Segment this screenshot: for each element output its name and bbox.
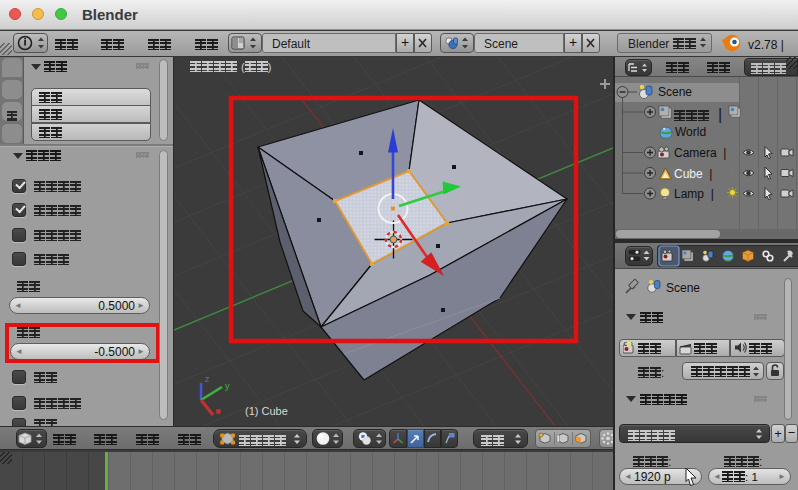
svg-text:z: z bbox=[205, 374, 210, 384]
svg-text:y: y bbox=[225, 381, 230, 391]
